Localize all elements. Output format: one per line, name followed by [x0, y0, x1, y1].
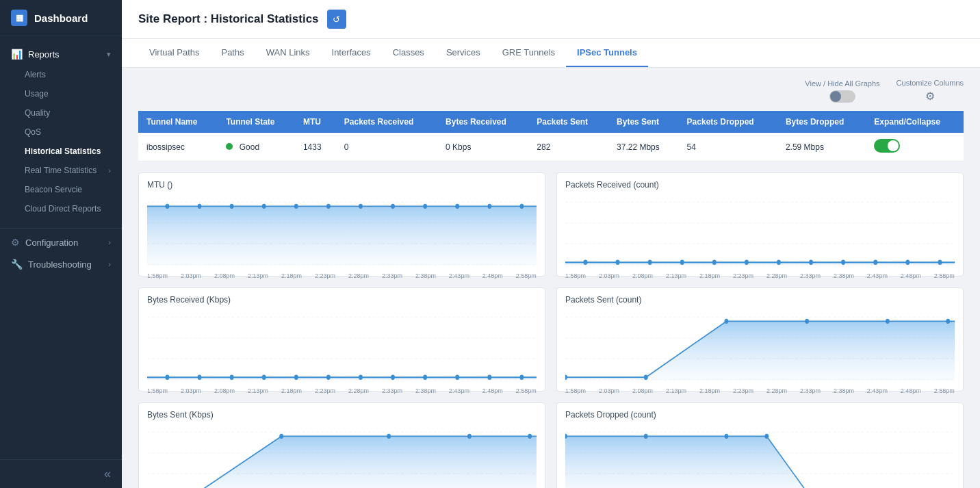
gear-icon: ⚙: [925, 90, 935, 103]
chart-bytes-received: Bytes Received (Kbps): [138, 287, 545, 391]
svg-point-57: [946, 319, 950, 324]
sidebar-collapse-button[interactable]: «: [0, 459, 122, 488]
top-controls: View / Hide All Graphs Customize Columns…: [138, 79, 964, 103]
chart-packets-received-svg: [565, 194, 955, 269]
tab-gre-tunnels[interactable]: GRE Tunnels: [491, 39, 566, 67]
svg-point-26: [777, 260, 781, 265]
svg-point-20: [583, 260, 587, 265]
reports-chevron: ▾: [107, 50, 111, 59]
troubleshooting-icon: 🔧: [11, 259, 23, 270]
sidebar: ▦ Dashboard 📊 Reports ▾ Alerts Usage Qua…: [0, 0, 122, 488]
expand-toggle[interactable]: [874, 139, 900, 153]
cell-tunnel-name: ibossipsec: [138, 133, 218, 162]
svg-point-43: [391, 375, 395, 380]
cell-tunnel-state: Good: [218, 133, 294, 162]
table-header-row: Tunnel Name Tunnel State MTU Packets Rec…: [138, 111, 964, 133]
cell-packets-received: 0: [336, 133, 437, 162]
svg-point-6: [230, 204, 234, 209]
col-packets-received: Packets Received: [336, 111, 437, 133]
col-tunnel-state: Tunnel State: [218, 111, 294, 133]
sidebar-subitem-usage[interactable]: Usage: [0, 84, 122, 103]
chart-packets-sent: Packets Sent (count): [556, 287, 964, 391]
ipsec-tunnels-table: Tunnel Name Tunnel State MTU Packets Rec…: [138, 111, 964, 162]
svg-point-11: [391, 204, 395, 209]
cell-bytes-dropped: 2.59 Mbps: [777, 133, 866, 162]
reports-label: Reports: [28, 49, 60, 60]
troubleshooting-chevron: ›: [108, 260, 111, 268]
svg-point-47: [519, 375, 524, 380]
col-bytes-sent: Bytes Sent: [608, 111, 679, 133]
tab-paths[interactable]: Paths: [210, 39, 255, 67]
sidebar-subitem-cloud-direct-reports[interactable]: Cloud Direct Reports: [0, 199, 122, 218]
svg-point-74: [725, 434, 729, 439]
chart-bytes-sent: Bytes Sent (Kbps): [138, 402, 545, 488]
chart-bytes-received-area: 1:58pm2:03pm2:08pm2:13pm2:18pm2:23pm2:28…: [147, 309, 537, 384]
sidebar-item-configuration[interactable]: ⚙ Configuration ›: [0, 231, 122, 253]
cell-bytes-received: 0 Kbps: [437, 133, 528, 162]
refresh-button[interactable]: ↺: [327, 10, 346, 29]
tab-wan-links[interactable]: WAN Links: [255, 39, 321, 67]
status-dot-good: [226, 143, 233, 150]
chart-bytes-sent-title: Bytes Sent (Kbps): [147, 410, 537, 420]
reports-icon: 📊: [11, 49, 23, 60]
svg-point-56: [886, 319, 890, 324]
col-packets-sent: Packets Sent: [528, 111, 608, 133]
cell-packets-dropped: 54: [679, 133, 777, 162]
svg-point-25: [745, 260, 749, 265]
svg-point-54: [725, 319, 729, 324]
svg-point-65: [387, 434, 391, 439]
chart-pr-x-axis: 1:58pm2:03pm2:08pm2:13pm2:18pm2:23pm2:28…: [565, 272, 955, 279]
chart-packets-dropped-area: 1:58pm2:03pm2:08pm2:13pm2:18pm2:23pm2:28…: [565, 424, 955, 488]
view-hide-label2: Customize Columns: [897, 79, 964, 87]
sidebar-subitem-alerts[interactable]: Alerts: [0, 65, 122, 84]
sidebar-subitem-historical-statistics[interactable]: Historical Statistics: [0, 142, 122, 161]
chart-bytes-sent-area: 1:58pm2:03pm2:08pm2:13pm2:18pm2:23pm2:28…: [147, 424, 537, 488]
customize-columns-button[interactable]: Customize Columns ⚙: [897, 79, 964, 103]
sidebar-item-reports[interactable]: 📊 Reports ▾: [0, 43, 122, 65]
charts-grid: MTU (): [138, 172, 964, 488]
svg-point-53: [644, 375, 648, 380]
chart-mtu-title: MTU (): [147, 180, 537, 190]
svg-point-73: [644, 434, 648, 439]
tabs-nav: Virtual Paths Paths WAN Links Interfaces…: [122, 39, 980, 68]
tab-services[interactable]: Services: [435, 39, 491, 67]
cell-expand[interactable]: [866, 133, 964, 162]
reports-section: 📊 Reports ▾ Alerts Usage Quality QoS His…: [0, 36, 122, 225]
tab-virtual-paths[interactable]: Virtual Paths: [138, 39, 210, 67]
svg-point-36: [165, 375, 169, 380]
view-hide-control[interactable]: View / Hide All Graphs: [805, 79, 879, 103]
tab-ipsec-tunnels[interactable]: IPSec Tunnels: [566, 39, 648, 67]
tab-classes[interactable]: Classes: [382, 39, 435, 67]
chart-packets-dropped-title: Packets Dropped (count): [565, 410, 955, 420]
chart-mtu: MTU (): [138, 172, 545, 277]
cell-packets-sent: 282: [528, 133, 608, 162]
svg-point-45: [455, 375, 459, 380]
chart-packets-dropped-svg: [565, 424, 955, 488]
dashboard-label: Dashboard: [34, 12, 88, 24]
svg-point-9: [326, 204, 331, 209]
table-row: ibossipsec Good 1433 0 0 Kbps 282 37.22 …: [138, 133, 964, 162]
toggle-knob: [830, 91, 841, 102]
chart-mtu-x-axis: 1:58pm2:03pm2:08pm2:13pm2:18pm2:23pm2:28…: [147, 272, 537, 279]
collapse-icon: «: [104, 467, 111, 481]
sidebar-subitem-real-time-statistics[interactable]: Real Time Statistics ›: [0, 161, 122, 180]
tunnel-state-text: Good: [240, 142, 259, 152]
chart-ps-x-axis: 1:58pm2:03pm2:08pm2:13pm2:18pm2:23pm2:28…: [565, 387, 955, 394]
view-hide-toggle[interactable]: [829, 90, 855, 103]
real-time-chevron: ›: [108, 166, 111, 175]
tab-interfaces[interactable]: Interfaces: [321, 39, 382, 67]
sidebar-item-troubleshooting[interactable]: 🔧 Troubleshooting ›: [0, 253, 122, 275]
svg-point-37: [198, 375, 202, 380]
svg-point-31: [938, 260, 942, 265]
dashboard-icon: ▦: [11, 10, 27, 26]
dashboard-header[interactable]: ▦ Dashboard: [0, 0, 122, 36]
sidebar-subitem-qos[interactable]: QoS: [0, 123, 122, 142]
sidebar-subitem-beacon-service[interactable]: Beacon Servcie: [0, 180, 122, 199]
col-tunnel-name: Tunnel Name: [138, 111, 218, 133]
sidebar-subitem-quality[interactable]: Quality: [0, 103, 122, 123]
svg-point-5: [198, 204, 202, 209]
svg-point-66: [467, 434, 472, 439]
svg-point-38: [230, 375, 234, 380]
chart-packets-received-title: Packets Received (count): [565, 180, 955, 190]
main-content: Site Report : Historical Statistics ↺ Vi…: [122, 0, 980, 488]
